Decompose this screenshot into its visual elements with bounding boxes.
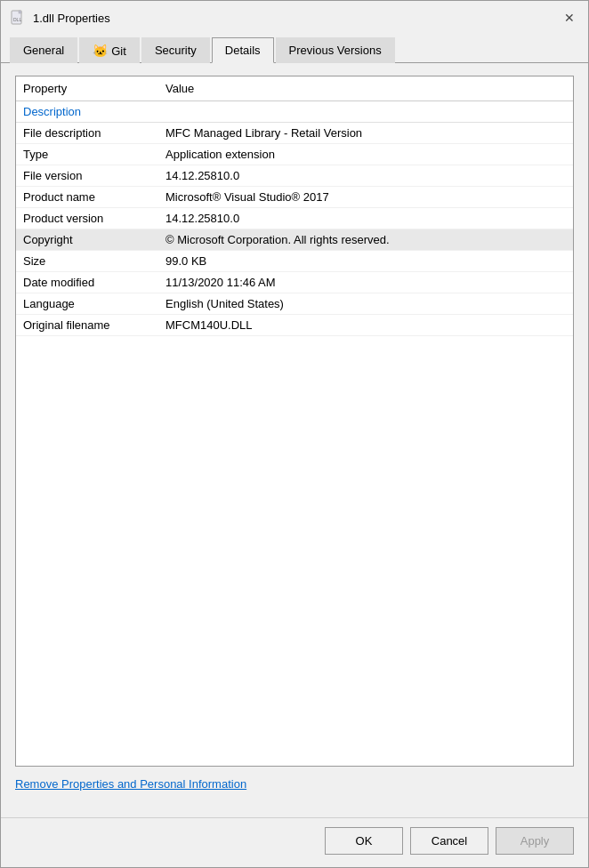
tab-previous-versions[interactable]: Previous Versions — [276, 37, 395, 63]
window: DLL 1.dll Properties ✕ General 🐱 Git Sec… — [0, 0, 589, 868]
tab-details[interactable]: Details — [212, 37, 274, 63]
table-row: Language English (United States) — [16, 293, 573, 315]
file-icon: DLL — [10, 10, 26, 26]
button-row: OK Cancel Apply — [1, 817, 588, 867]
properties-header: Property Value — [16, 76, 573, 101]
header-property-label: Property — [23, 82, 165, 95]
tabs-bar: General 🐱 Git Security Details Previous … — [1, 33, 588, 63]
git-icon: 🐱 — [93, 44, 108, 58]
table-row: Type Application extension — [16, 144, 573, 165]
remove-properties-link[interactable]: Remove Properties and Personal Informati… — [15, 777, 574, 791]
table-row: Date modified 11/13/2020 11:46 AM — [16, 272, 573, 293]
table-row: Product name Microsoft® Visual Studio® 2… — [16, 187, 573, 208]
section-description: Description — [16, 101, 573, 123]
header-value-label: Value — [165, 82, 566, 95]
table-row: Product version 14.12.25810.0 — [16, 208, 573, 229]
table-row: File version 14.12.25810.0 — [16, 165, 573, 187]
title-bar: DLL 1.dll Properties ✕ — [1, 1, 588, 33]
properties-box: Property Value Description File descript… — [15, 76, 574, 767]
close-button[interactable]: ✕ — [560, 8, 579, 28]
tab-security[interactable]: Security — [141, 37, 210, 63]
ok-button[interactable]: OK — [325, 827, 403, 855]
window-title: 1.dll Properties — [33, 12, 560, 25]
table-row: Original filename MFCM140U.DLL — [16, 315, 573, 336]
svg-rect-1 — [19, 11, 21, 13]
table-row: Size 99.0 KB — [16, 251, 573, 272]
svg-text:DLL: DLL — [13, 17, 21, 22]
tab-general[interactable]: General — [10, 37, 77, 63]
cancel-button[interactable]: Cancel — [410, 827, 488, 855]
content-area: Property Value Description File descript… — [1, 63, 588, 817]
table-row: Copyright © Microsoft Corporation. All r… — [16, 229, 573, 251]
tab-git[interactable]: 🐱 Git — [79, 37, 140, 63]
table-row: File description MFC Managed Library - R… — [16, 123, 573, 144]
apply-button[interactable]: Apply — [496, 827, 574, 855]
